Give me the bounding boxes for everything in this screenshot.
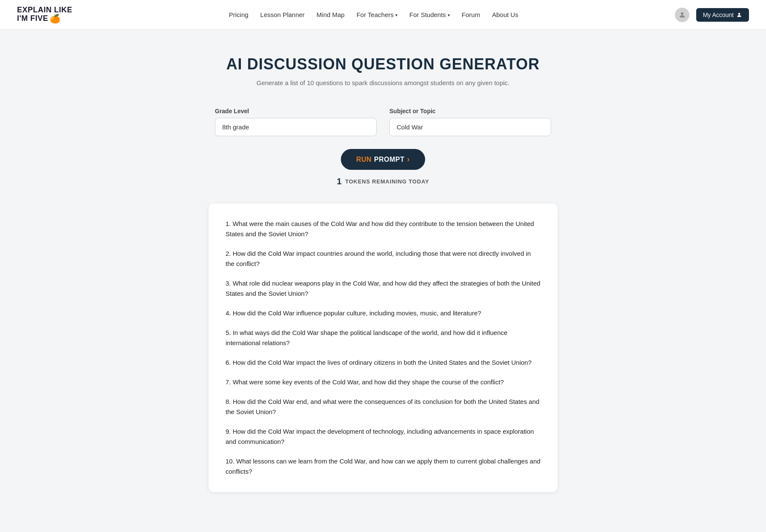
for-students-chevron-icon: ▾	[448, 13, 450, 17]
question-item: 7. What were some key events of the Cold…	[226, 377, 540, 387]
tokens-label: TOKENS REMAINING TODAY	[345, 178, 429, 185]
nav-forum[interactable]: Forum	[462, 11, 480, 18]
for-teachers-chevron-icon: ▾	[395, 13, 397, 17]
run-btn-wrapper: RUN PROMPT ›	[145, 149, 621, 170]
question-item: 6. How did the Cold War impact the lives…	[226, 358, 540, 368]
topic-group: Subject or Topic	[389, 108, 551, 136]
run-prompt-button[interactable]: RUN PROMPT ›	[341, 149, 425, 170]
avatar[interactable]	[675, 8, 689, 22]
svg-point-0	[681, 12, 683, 15]
logo[interactable]: EXPLAIN LIKE I'M FIVE 🍊	[17, 6, 72, 24]
run-label: RUN	[356, 156, 372, 163]
nav-mind-map[interactable]: Mind Map	[317, 11, 345, 18]
page-subtitle: Generate a list of 10 questions to spark…	[145, 79, 621, 86]
nav-for-teachers[interactable]: For Teachers ▾	[357, 11, 397, 18]
question-item: 1. What were the main causes of the Cold…	[226, 219, 540, 239]
main-nav: Pricing Lesson Planner Mind Map For Teac…	[229, 11, 518, 18]
logo-line1: EXPLAIN LIKE	[17, 6, 72, 14]
page-title: AI DISCUSSION QUESTION GENERATOR	[145, 55, 621, 73]
grade-input[interactable]	[215, 118, 377, 136]
logo-text: I'M FIVE	[17, 14, 48, 23]
question-item: 10. What lessons can we learn from the C…	[226, 456, 540, 477]
tokens-row: 1 TOKENS REMAINING TODAY	[145, 177, 621, 186]
tokens-count: 1	[337, 177, 342, 186]
header-right: My Account	[675, 8, 749, 22]
svg-point-1	[738, 13, 740, 15]
topic-input[interactable]	[389, 118, 551, 136]
question-item: 4. How did the Cold War influence popula…	[226, 308, 540, 318]
nav-lesson-planner[interactable]: Lesson Planner	[260, 11, 305, 18]
nav-about-us[interactable]: About Us	[492, 11, 518, 18]
question-item: 5. In what ways did the Cold War shape t…	[226, 328, 540, 348]
header: EXPLAIN LIKE I'M FIVE 🍊 Pricing Lesson P…	[0, 0, 766, 30]
grade-level-group: Grade Level	[215, 108, 377, 136]
grade-label: Grade Level	[215, 108, 377, 114]
nav-pricing[interactable]: Pricing	[229, 11, 249, 18]
form-row: Grade Level Subject or Topic	[145, 108, 621, 136]
logo-emoji: 🍊	[50, 14, 61, 23]
nav-for-students[interactable]: For Students ▾	[409, 11, 450, 18]
logo-line2: I'M FIVE 🍊	[17, 14, 72, 23]
results-card: 1. What were the main causes of the Cold…	[209, 203, 557, 492]
run-arrow-icon: ›	[407, 155, 410, 164]
my-account-button[interactable]: My Account	[696, 8, 749, 22]
question-item: 8. How did the Cold War end, and what we…	[226, 397, 540, 417]
main-content: AI DISCUSSION QUESTION GENERATOR Generat…	[128, 30, 638, 526]
question-item: 3. What role did nuclear weapons play in…	[226, 278, 540, 299]
question-item: 2. How did the Cold War impact countries…	[226, 249, 540, 269]
question-item: 9. How did the Cold War impact the devel…	[226, 426, 540, 447]
topic-label: Subject or Topic	[389, 108, 551, 114]
prompt-label: PROMPT	[374, 156, 404, 163]
user-icon	[736, 12, 742, 18]
